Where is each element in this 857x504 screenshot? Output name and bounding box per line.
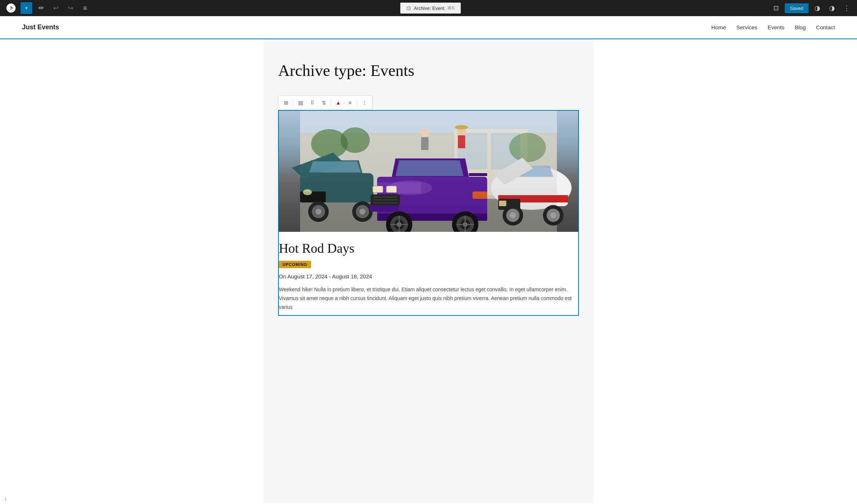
site-frame: Just Events Home Services Events Blog Co… (0, 16, 857, 504)
edit-mode-button[interactable]: ✏ (35, 2, 47, 14)
styles-mode-button[interactable]: ◑ (826, 2, 838, 14)
block-parent-icon: ⊞ (284, 100, 288, 106)
svg-rect-68 (300, 111, 557, 232)
nav-contact[interactable]: Contact (816, 24, 835, 30)
drag-icon: ⠿ (310, 100, 314, 106)
block-layout-button[interactable]: ▤ (295, 97, 306, 108)
list-view-button[interactable]: ≡ (79, 2, 91, 14)
nav-services[interactable]: Services (736, 24, 758, 30)
wp-toolbar: W + ✏ ↩ ↪ ≡ ⊡ Archive: Event ⌘K ⊡ Saved … (0, 0, 857, 16)
archive-pill-label: Archive: Event (414, 6, 445, 11)
more-options-button[interactable]: ⋮ (841, 2, 853, 14)
site-title: Just Events (22, 23, 59, 31)
block-alert-button[interactable]: ▲ (333, 97, 344, 108)
wp-logo: W (4, 1, 18, 15)
more-icon: ⋮ (362, 100, 367, 106)
site-header: Just Events Home Services Events Blog Co… (0, 16, 857, 39)
page-number: 1 (4, 497, 7, 501)
post-card: Hot Rod Days UPCOMING On August 17, 2024… (278, 110, 579, 316)
block-parent-button[interactable]: ⊞ (281, 97, 292, 108)
nav-blog[interactable]: Blog (795, 24, 806, 30)
block-align-button[interactable]: ≡ (344, 97, 355, 108)
toolbar-divider-1 (293, 99, 293, 106)
block-toolbar: ⊞ ▤ ⠿ ⇅ ▲ ≡ ⋮ (278, 95, 372, 110)
nav-events[interactable]: Events (767, 24, 784, 30)
block-arrows-button[interactable]: ⇅ (318, 97, 329, 108)
archive-icon: ⊡ (406, 5, 411, 11)
archive-title: Archive type: Events (278, 61, 579, 81)
svg-text:W: W (9, 6, 14, 11)
toolbar-right: ⊡ Saved ◑ ◑ ⋮ (770, 2, 853, 14)
archive-shortcut: ⌘K (447, 6, 455, 11)
undo-button[interactable]: ↩ (50, 2, 62, 14)
saved-button[interactable]: Saved (785, 3, 809, 13)
post-image (279, 111, 578, 232)
site-content: Archive type: Events ⊞ ▤ ⠿ ⇅ ▲ ≡ (263, 39, 594, 503)
post-title: Hot Rod Days (279, 241, 578, 256)
alert-icon: ▲ (336, 100, 341, 106)
layout-icon: ▤ (298, 100, 303, 106)
toolbar-divider-2 (331, 99, 331, 106)
post-content: Hot Rod Days UPCOMING On August 17, 2024… (279, 232, 578, 315)
car-scene-svg (279, 111, 578, 232)
archive-pill[interactable]: ⊡ Archive: Event ⌘K (400, 3, 461, 14)
event-description: Weekend hike! Nulla in pretium libero, e… (279, 285, 578, 311)
toolbar-divider-3 (357, 99, 357, 106)
toolbar-center: ⊡ Archive: Event ⌘K (94, 3, 767, 14)
arrows-icon: ⇅ (322, 100, 326, 106)
preview-button[interactable]: ⊡ (770, 2, 782, 14)
block-drag-button[interactable]: ⠿ (307, 97, 318, 108)
add-block-button[interactable]: + (21, 2, 32, 14)
align-icon: ≡ (349, 100, 351, 106)
styles-button[interactable]: ◑ (812, 2, 823, 14)
nav-home[interactable]: Home (711, 24, 726, 30)
event-date: On August 17, 2024 - August 18, 2024 (279, 273, 578, 280)
block-more-button[interactable]: ⋮ (359, 97, 370, 108)
redo-button[interactable]: ↪ (65, 2, 76, 14)
event-badge: UPCOMING (279, 261, 311, 268)
site-nav: Home Services Events Blog Contact (711, 24, 835, 30)
